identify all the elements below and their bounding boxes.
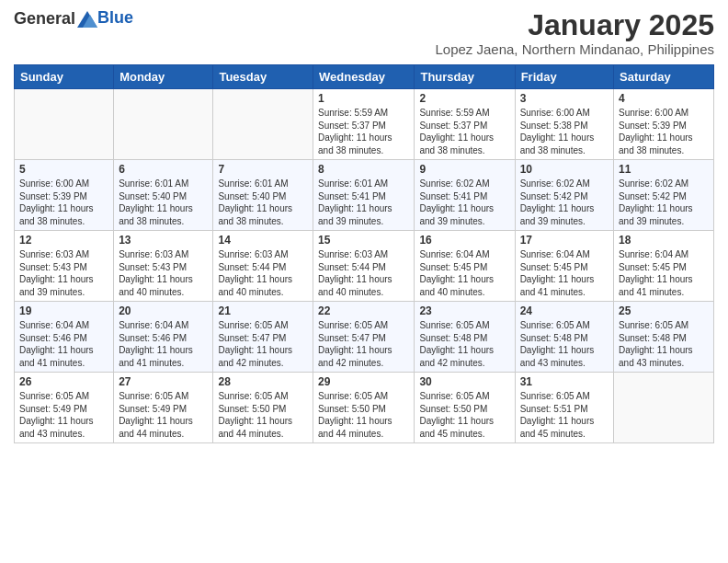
calendar-cell: 19Sunrise: 6:04 AMSunset: 5:46 PMDayligh… [15,302,114,373]
calendar-cell: 13Sunrise: 6:03 AMSunset: 5:43 PMDayligh… [114,231,213,302]
calendar-cell [15,89,114,160]
day-number: 18 [619,234,709,247]
calendar-table: Sunday Monday Tuesday Wednesday Thursday… [14,64,714,443]
day-number: 22 [318,304,409,317]
location-title: Lopez Jaena, Northern Mindanao, Philippi… [435,41,714,57]
col-wednesday: Wednesday [313,65,415,89]
calendar-cell: 18Sunrise: 6:04 AMSunset: 5:45 PMDayligh… [614,231,714,302]
calendar-cell: 2Sunrise: 5:59 AMSunset: 5:37 PMDaylight… [415,89,515,160]
month-title: January 2025 [435,9,714,41]
day-number: 3 [520,92,609,105]
calendar-cell: 24Sunrise: 6:05 AMSunset: 5:48 PMDayligh… [515,302,613,373]
day-number: 10 [520,163,609,176]
title-block: January 2025 Lopez Jaena, Northern Minda… [435,9,714,57]
day-info: Sunrise: 6:05 AMSunset: 5:50 PMDaylight:… [318,390,409,440]
day-number: 5 [19,163,108,176]
logo-text-general: General [14,10,75,27]
day-number: 16 [419,234,509,247]
calendar-cell [213,89,313,160]
page-container: General Blue January 2025 Lopez Jaena, N… [0,0,728,453]
day-info: Sunrise: 6:00 AMSunset: 5:38 PMDaylight:… [520,107,609,156]
calendar-cell: 25Sunrise: 6:05 AMSunset: 5:48 PMDayligh… [614,302,714,373]
calendar-cell: 26Sunrise: 6:05 AMSunset: 5:49 PMDayligh… [15,373,114,443]
calendar-week-2: 5Sunrise: 6:00 AMSunset: 5:39 PMDaylight… [15,160,714,231]
calendar-cell: 6Sunrise: 6:01 AMSunset: 5:40 PMDaylight… [114,160,213,231]
day-number: 11 [619,163,709,176]
calendar-cell: 12Sunrise: 6:03 AMSunset: 5:43 PMDayligh… [15,231,114,302]
day-info: Sunrise: 6:03 AMSunset: 5:43 PMDaylight:… [119,248,208,298]
day-number: 7 [218,163,308,176]
day-info: Sunrise: 6:01 AMSunset: 5:40 PMDaylight:… [218,178,308,227]
calendar-cell: 17Sunrise: 6:04 AMSunset: 5:45 PMDayligh… [515,231,613,302]
calendar-cell: 1Sunrise: 5:59 AMSunset: 5:37 PMDaylight… [313,89,415,160]
calendar-cell: 27Sunrise: 6:05 AMSunset: 5:49 PMDayligh… [114,373,213,443]
day-info: Sunrise: 6:03 AMSunset: 5:44 PMDaylight:… [218,248,308,298]
day-number: 2 [419,92,509,105]
calendar-cell: 5Sunrise: 6:00 AMSunset: 5:39 PMDaylight… [15,160,114,231]
day-number: 17 [520,234,609,247]
calendar-cell [614,373,714,443]
calendar-cell: 22Sunrise: 6:05 AMSunset: 5:47 PMDayligh… [313,302,415,373]
day-number: 30 [419,375,509,388]
col-monday: Monday [114,65,213,89]
day-info: Sunrise: 5:59 AMSunset: 5:37 PMDaylight:… [419,107,509,156]
day-info: Sunrise: 6:05 AMSunset: 5:51 PMDaylight:… [520,390,609,440]
logo-icon [77,11,97,28]
day-info: Sunrise: 6:05 AMSunset: 5:49 PMDaylight:… [19,390,108,440]
day-info: Sunrise: 6:05 AMSunset: 5:47 PMDaylight:… [318,319,409,369]
day-info: Sunrise: 6:05 AMSunset: 5:47 PMDaylight:… [218,319,308,369]
calendar-cell: 31Sunrise: 6:05 AMSunset: 5:51 PMDayligh… [515,373,613,443]
day-info: Sunrise: 6:04 AMSunset: 5:45 PMDaylight:… [520,248,609,298]
day-info: Sunrise: 6:04 AMSunset: 5:45 PMDaylight:… [619,248,709,298]
day-number: 25 [619,304,709,317]
calendar-cell: 14Sunrise: 6:03 AMSunset: 5:44 PMDayligh… [213,231,313,302]
day-info: Sunrise: 6:03 AMSunset: 5:43 PMDaylight:… [19,248,108,298]
day-info: Sunrise: 6:04 AMSunset: 5:45 PMDaylight:… [419,248,509,298]
day-number: 28 [218,375,308,388]
day-number: 4 [619,92,709,105]
logo: General Blue [14,9,133,28]
day-number: 6 [119,163,208,176]
col-friday: Friday [515,65,613,89]
col-saturday: Saturday [614,65,714,89]
day-info: Sunrise: 6:05 AMSunset: 5:48 PMDaylight:… [619,319,709,369]
calendar-cell: 23Sunrise: 6:05 AMSunset: 5:48 PMDayligh… [415,302,515,373]
day-number: 23 [419,304,509,317]
calendar-cell: 21Sunrise: 6:05 AMSunset: 5:47 PMDayligh… [213,302,313,373]
day-info: Sunrise: 6:05 AMSunset: 5:48 PMDaylight:… [520,319,609,369]
calendar-cell: 20Sunrise: 6:04 AMSunset: 5:46 PMDayligh… [114,302,213,373]
day-info: Sunrise: 6:02 AMSunset: 5:41 PMDaylight:… [419,178,509,227]
day-number: 15 [318,234,409,247]
day-number: 27 [119,375,208,388]
day-number: 21 [218,304,308,317]
calendar-cell: 30Sunrise: 6:05 AMSunset: 5:50 PMDayligh… [415,373,515,443]
calendar-cell: 10Sunrise: 6:02 AMSunset: 5:42 PMDayligh… [515,160,613,231]
col-tuesday: Tuesday [213,65,313,89]
day-info: Sunrise: 6:00 AMSunset: 5:39 PMDaylight:… [19,178,108,227]
day-number: 19 [19,304,108,317]
day-number: 24 [520,304,609,317]
calendar-cell: 7Sunrise: 6:01 AMSunset: 5:40 PMDaylight… [213,160,313,231]
page-header: General Blue January 2025 Lopez Jaena, N… [14,9,714,57]
day-number: 8 [318,163,409,176]
day-number: 26 [19,375,108,388]
calendar-cell: 4Sunrise: 6:00 AMSunset: 5:39 PMDaylight… [614,89,714,160]
day-info: Sunrise: 6:05 AMSunset: 5:50 PMDaylight:… [218,390,308,440]
calendar-cell: 9Sunrise: 6:02 AMSunset: 5:41 PMDaylight… [415,160,515,231]
calendar-week-3: 12Sunrise: 6:03 AMSunset: 5:43 PMDayligh… [15,231,714,302]
calendar-week-1: 1Sunrise: 5:59 AMSunset: 5:37 PMDaylight… [15,89,714,160]
day-info: Sunrise: 6:00 AMSunset: 5:39 PMDaylight:… [619,107,709,156]
day-number: 20 [119,304,208,317]
day-info: Sunrise: 6:04 AMSunset: 5:46 PMDaylight:… [119,319,208,369]
calendar-header-row: Sunday Monday Tuesday Wednesday Thursday… [15,65,714,89]
logo-text-blue: Blue [97,8,133,27]
col-sunday: Sunday [15,65,114,89]
day-info: Sunrise: 6:02 AMSunset: 5:42 PMDaylight:… [619,178,709,227]
day-number: 12 [19,234,108,247]
day-number: 14 [218,234,308,247]
day-info: Sunrise: 6:04 AMSunset: 5:46 PMDaylight:… [19,319,108,369]
col-thursday: Thursday [415,65,515,89]
day-info: Sunrise: 6:01 AMSunset: 5:40 PMDaylight:… [119,178,208,227]
calendar-cell: 3Sunrise: 6:00 AMSunset: 5:38 PMDaylight… [515,89,613,160]
day-number: 1 [318,92,409,105]
